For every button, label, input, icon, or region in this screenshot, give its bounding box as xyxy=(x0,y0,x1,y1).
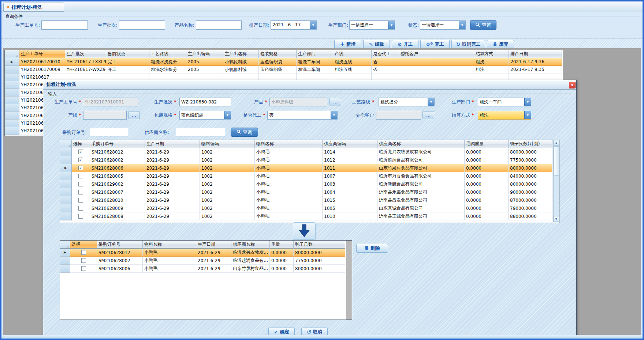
column-header[interactable]: 供应商编码 xyxy=(323,140,377,148)
line-field[interactable] xyxy=(83,111,127,120)
chevron-down-icon[interactable]: ▼ xyxy=(524,111,531,119)
route-combo[interactable]: 粗洗提分 ▼ xyxy=(379,98,435,106)
row-selector[interactable] xyxy=(5,104,19,112)
column-header[interactable]: 物料编码 xyxy=(200,140,255,148)
table-row[interactable]: SM2106280072021-6-291002小鸭毛1004沂南县永鑫食品有限… xyxy=(60,188,552,196)
add-button[interactable]: + 新增 xyxy=(334,40,361,49)
work-order-field[interactable]: YH202107010001 xyxy=(83,98,138,106)
status-combo[interactable]: 一请选择一 ▼ xyxy=(420,20,466,30)
row-selector[interactable] xyxy=(60,188,72,196)
table-row[interactable]: SM2106290022021-6-291002小鸭毛1003临沂新航食品有限公… xyxy=(60,180,552,188)
grid-corner[interactable] xyxy=(60,140,72,148)
column-header[interactable]: 选择 xyxy=(72,140,90,148)
settle-combo[interactable]: 粗洗 ▼ xyxy=(478,111,531,120)
table-row[interactable]: ✓SM2106280022021-6-291002小鸭毛1012临沂超润食品有限… xyxy=(60,156,552,164)
client-lookup-button[interactable]: … xyxy=(422,111,434,119)
chevron-down-icon[interactable]: ▼ xyxy=(428,98,434,106)
row-selector[interactable] xyxy=(5,73,19,81)
row-checkbox[interactable] xyxy=(81,258,86,263)
row-selector[interactable] xyxy=(5,120,19,127)
column-header[interactable]: 委托客户 xyxy=(399,50,474,58)
dialog-titlebar[interactable]: 排程计划-粗洗 xyxy=(43,80,576,90)
grid-corner[interactable] xyxy=(60,241,70,249)
row-checkbox[interactable] xyxy=(81,250,86,255)
batch-field[interactable]: WZ-210630-082 xyxy=(179,98,231,106)
row-checkbox[interactable] xyxy=(78,174,83,178)
row-selector[interactable] xyxy=(60,265,70,273)
column-header[interactable]: 排产日期 xyxy=(509,50,562,58)
column-header[interactable]: 鸭子只数(计划) xyxy=(509,140,552,148)
start-work-button[interactable]: ⚙ 开工 xyxy=(392,40,418,49)
column-header[interactable]: 包装规格 xyxy=(259,50,297,58)
table-row[interactable]: ▶YH202106170010YH-210617-LXXL931完工粗洗水洗提分… xyxy=(5,58,563,66)
row-checkbox[interactable] xyxy=(78,190,83,194)
row-selector[interactable] xyxy=(5,89,19,97)
column-header[interactable]: 毛鸭重量 xyxy=(465,140,509,148)
row-selector[interactable] xyxy=(60,204,72,212)
chevron-down-icon[interactable]: ▼ xyxy=(459,21,465,29)
dialog-search-button[interactable]: 查询 xyxy=(231,128,258,137)
row-checkbox[interactable]: ✓ xyxy=(78,150,83,154)
product-name-input[interactable] xyxy=(196,20,242,30)
outsource-combo[interactable]: 否 ▼ xyxy=(267,111,338,120)
po-search-input[interactable] xyxy=(90,128,128,136)
column-header[interactable]: 选择 xyxy=(70,241,97,249)
dept-combo[interactable]: 一请选择一 ▼ xyxy=(349,20,395,30)
table-row[interactable]: ✓SM2106280122021-6-291002小鸭毛1014临沂龙兴农牧发展… xyxy=(60,148,552,156)
column-header[interactable]: 主产出编码 xyxy=(186,50,223,58)
supplier-search-input[interactable] xyxy=(176,128,225,136)
column-header[interactable]: 主产出名称 xyxy=(223,50,259,58)
discard-button[interactable]: 废弃 xyxy=(487,40,514,49)
column-header[interactable]: 鸭子只数 xyxy=(294,241,345,249)
row-selector[interactable]: ▶ xyxy=(60,164,72,172)
product-lookup-button[interactable]: … xyxy=(330,98,341,106)
row-selector[interactable] xyxy=(60,196,72,204)
table-row[interactable]: SM210628002小鸭毛2021-6-29临沂超润食品有限公司0.00007… xyxy=(60,257,345,265)
row-selector[interactable]: ▶ xyxy=(60,249,70,257)
close-icon[interactable]: x xyxy=(569,82,576,88)
column-header[interactable]: 产线 xyxy=(333,50,372,58)
table-row[interactable]: SM2106280102021-6-291002小鸭毛1015沂南县昌发食品有限… xyxy=(60,196,552,204)
move-down-button[interactable] xyxy=(293,222,316,240)
column-header[interactable]: 生产批次 xyxy=(65,50,106,58)
scroll-up-arrow[interactable]: ▲ xyxy=(554,140,559,146)
column-header[interactable]: 物料名称 xyxy=(255,140,323,148)
column-header[interactable]: 物料名称 xyxy=(143,241,196,249)
tab-scheduling-plan[interactable]: » 排程计划-粗洗 xyxy=(3,3,64,12)
table-row[interactable]: YH202106170009YH-210617-WXZ928开工粗洗水洗提分20… xyxy=(5,66,563,73)
delete-button[interactable]: 删除 xyxy=(356,244,388,253)
row-checkbox[interactable]: ✓ xyxy=(78,158,83,162)
row-selector[interactable]: ▶ xyxy=(5,58,19,66)
cancel-finish-button[interactable]: ↻ 取消完工 xyxy=(451,40,485,49)
row-checkbox[interactable] xyxy=(78,182,83,186)
package-combo[interactable]: 蓝色编织袋 ▼ xyxy=(179,111,231,120)
dept-combo-dialog[interactable]: 粗洗一车间 ▼ xyxy=(478,98,531,106)
vertical-scrollbar[interactable]: ▲ ▼ xyxy=(553,140,559,222)
row-checkbox[interactable] xyxy=(78,206,83,211)
row-selector[interactable] xyxy=(5,112,19,120)
row-selector[interactable] xyxy=(60,180,72,188)
column-header[interactable]: 是否代工 xyxy=(372,50,399,58)
table-row[interactable]: SM2106280092021-6-291002小鸭毛1005山东真诚食品有限公… xyxy=(60,204,552,212)
table-row[interactable]: ▶SM210628012小鸭毛2021-6-29临沂龙兴农牧发展有限公司0.00… xyxy=(60,249,345,257)
line-lookup-button[interactable]: … xyxy=(128,111,140,119)
column-header[interactable]: 生产工单号 xyxy=(19,50,65,58)
product-field[interactable]: 小鸭原料绒 xyxy=(269,98,327,106)
chevron-down-icon[interactable]: ▼ xyxy=(310,21,316,29)
column-header[interactable]: 供应商名称 xyxy=(231,241,270,249)
column-header[interactable]: 采购订单号 xyxy=(97,241,143,249)
table-row[interactable]: SM2106280052021-6-291002小鸭毛1007临沂市万香斋食品有… xyxy=(60,172,552,180)
finish-work-button[interactable]: ⚙⚙ 完工 xyxy=(420,40,450,49)
row-selector[interactable] xyxy=(5,127,19,135)
column-header[interactable]: 重量 xyxy=(270,241,294,249)
chevron-down-icon[interactable]: ▼ xyxy=(388,21,395,29)
table-row[interactable]: SM2106280082021-6-291002小鸭毛1010沂南县玉诚食品有限… xyxy=(60,212,552,220)
column-header[interactable]: 生产日期 xyxy=(145,140,200,148)
search-button[interactable]: 查询 xyxy=(470,20,496,30)
scrollbar-track[interactable] xyxy=(346,241,352,320)
column-header[interactable]: 结算方式 xyxy=(474,50,509,58)
batch-input[interactable] xyxy=(119,20,165,30)
column-header[interactable]: 生产部门 xyxy=(297,50,333,58)
chevron-down-icon[interactable]: ▼ xyxy=(524,98,531,106)
scroll-thumb[interactable] xyxy=(554,146,559,175)
